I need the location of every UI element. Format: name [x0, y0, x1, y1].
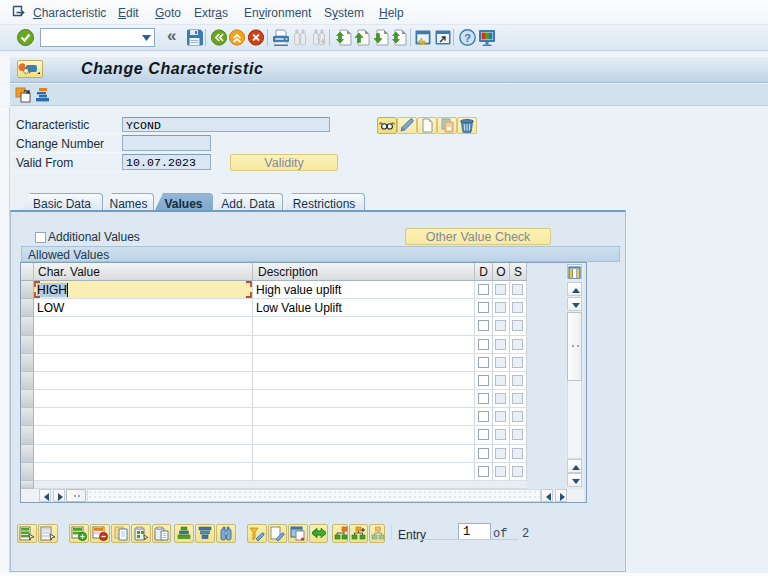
- svg-text:?: ?: [464, 32, 471, 44]
